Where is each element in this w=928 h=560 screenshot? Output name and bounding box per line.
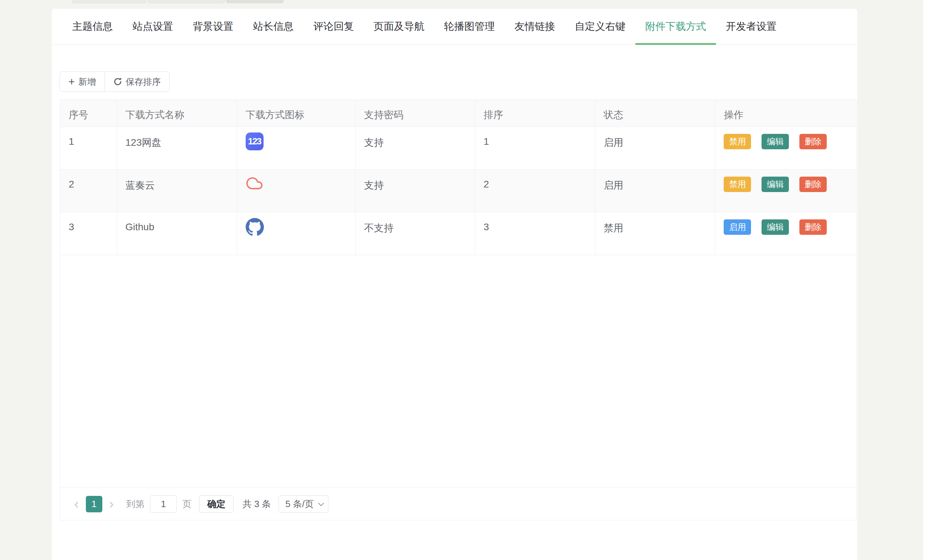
col-header-name: 下载方式名称 [117,100,237,127]
tab-webmaster-info[interactable]: 站长信息 [243,9,304,44]
cell-actions: 禁用 编辑 删除 [715,169,856,212]
cell-name: Github [117,212,237,255]
col-header-password-support: 支持密码 [356,100,475,127]
confirm-goto-button[interactable]: 确定 [199,495,234,513]
edit-button[interactable]: 编辑 [762,177,789,192]
123pan-icon: 123 [246,133,264,150]
cell-index: 2 [60,169,117,212]
cell-index: 3 [60,212,117,255]
col-header-sort: 排序 [475,100,595,127]
tab-friend-links[interactable]: 友情链接 [505,9,565,44]
tab-theme-info[interactable]: 主题信息 [63,9,123,44]
tab-site-settings[interactable]: 站点设置 [123,9,183,44]
cell-password-support: 支持 [356,127,475,169]
cell-sort: 2 [475,169,595,212]
edit-button[interactable]: 编辑 [762,134,789,149]
page-1-button[interactable]: 1 [86,496,102,512]
tab-custom-right-click[interactable]: 自定义右键 [565,9,635,44]
tab-comment-reply[interactable]: 评论回复 [304,9,364,44]
delete-button[interactable]: 删除 [800,177,827,192]
cell-sort: 1 [475,127,595,169]
enable-button[interactable]: 启用 [724,220,751,235]
download-methods-table-container: 序号 下载方式名称 下载方式图标 支持密码 排序 状态 操作 1 123网盘 [60,99,856,520]
table-header-row: 序号 下载方式名称 下载方式图标 支持密码 排序 状态 操作 [60,100,856,127]
adjacent-panel-edge [923,0,928,560]
add-button[interactable]: + 新增 [60,72,104,92]
table-row: 1 123网盘 123 支持 1 启用 禁用 编辑 删除 [60,127,856,169]
cell-name: 123网盘 [117,127,237,169]
123pan-icon-text: 123 [248,136,261,147]
cell-icon: 123 [237,127,356,169]
goto-page-prefix-label: 到第 [126,498,144,510]
cell-status: 启用 [595,127,715,169]
browser-tab-remnant [72,0,147,3]
tab-developer-settings[interactable]: 开发者设置 [716,9,786,44]
col-header-status: 状态 [595,100,715,127]
save-sort-button-label: 保存排序 [126,76,161,88]
pagination-bar: ‹ 1 › 到第 页 确定 共 3 条 5 条/页 [60,487,856,520]
page-size-select[interactable]: 5 条/页 [279,495,328,513]
page: 主题信息 站点设置 背景设置 站长信息 评论回复 页面及导航 轮播图管理 友情链… [0,0,928,560]
cell-status: 禁用 [595,212,715,255]
cell-sort: 3 [475,212,595,255]
cell-password-support: 不支持 [356,212,475,255]
col-header-index: 序号 [60,100,117,127]
toolbar: + 新增 保存排序 [60,72,857,92]
cell-password-support: 支持 [356,169,475,212]
next-page-icon[interactable]: › [107,497,116,511]
tab-attachment-download-active[interactable]: 附件下载方式 [635,9,716,44]
page-size-value: 5 条/页 [285,498,314,510]
disable-button[interactable]: 禁用 [724,177,751,192]
cell-icon [237,169,356,212]
chevron-down-icon [318,500,324,506]
goto-page-input[interactable] [150,495,177,513]
delete-button[interactable]: 删除 [800,220,827,235]
plus-icon: + [68,76,75,87]
table-row: 3 Github 不支持 3 禁用 启用 编辑 [60,212,856,255]
goto-page-suffix-label: 页 [182,498,191,510]
refresh-icon [113,77,122,86]
cell-name: 蓝奏云 [117,169,237,212]
browser-tab-remnant [148,0,224,3]
col-header-icon: 下载方式图标 [237,100,356,127]
add-button-label: 新增 [78,76,96,88]
tab-pages-navigation[interactable]: 页面及导航 [364,9,434,44]
table-row: 2 蓝奏云 支持 2 启用 禁用 编辑 删除 [60,169,856,212]
tab-background-settings[interactable]: 背景设置 [183,9,243,44]
total-items-label: 共 3 条 [243,498,271,510]
cell-actions: 启用 编辑 删除 [715,212,856,255]
download-methods-table: 序号 下载方式名称 下载方式图标 支持密码 排序 状态 操作 1 123网盘 [60,100,856,255]
settings-card: 主题信息 站点设置 背景设置 站长信息 评论回复 页面及导航 轮播图管理 友情链… [52,9,857,560]
cell-status: 启用 [595,169,715,212]
table-empty-area [60,255,856,488]
cell-icon [237,212,356,255]
browser-tab-remnant [226,0,284,3]
toolbar-button-group: + 新增 保存排序 [60,72,169,92]
lanzou-cloud-icon [246,175,263,191]
github-icon [246,218,264,236]
disable-button[interactable]: 禁用 [724,134,751,149]
delete-button[interactable]: 删除 [800,134,827,149]
prev-page-icon[interactable]: ‹ [72,497,81,511]
tab-carousel-management[interactable]: 轮播图管理 [434,9,505,44]
col-header-actions: 操作 [715,100,856,127]
cell-index: 1 [60,127,117,169]
edit-button[interactable]: 编辑 [762,220,789,235]
save-sort-button[interactable]: 保存排序 [104,72,169,92]
cell-actions: 禁用 编辑 删除 [715,127,856,169]
settings-tabbar: 主题信息 站点设置 背景设置 站长信息 评论回复 页面及导航 轮播图管理 友情链… [52,9,857,45]
